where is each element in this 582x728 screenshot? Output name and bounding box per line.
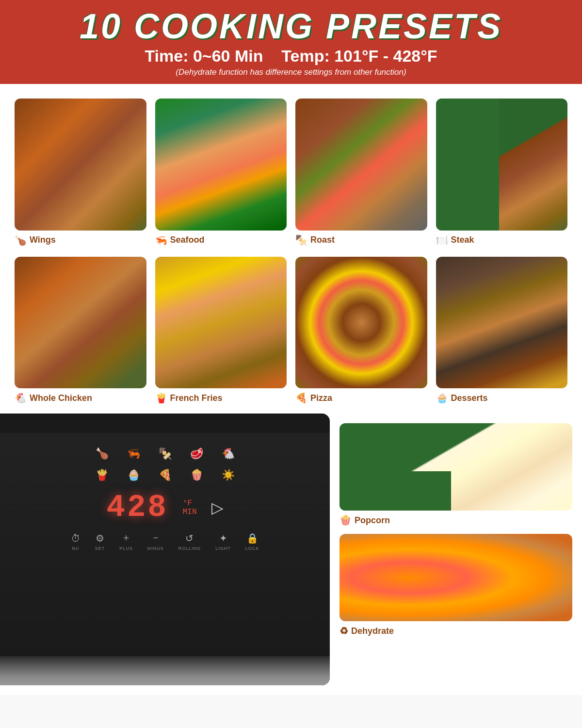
preset-steak: 🍽️ Steak <box>436 99 568 246</box>
temp-unit-min: MIN <box>183 508 197 516</box>
preset-pizza: 🍕 Pizza <box>295 257 427 404</box>
preset-seafood: 🦐 Seafood <box>155 99 287 246</box>
popcorn-image <box>340 423 572 511</box>
time-range: Time: 0~60 Min <box>145 47 263 65</box>
roast-icon: 🍢 <box>295 234 307 246</box>
light-icon: ✦ <box>219 532 227 544</box>
whole-chicken-label: 🐔 Whole Chicken <box>15 392 92 404</box>
rolling-label: ROLLING <box>178 546 201 551</box>
desserts-icon: 🧁 <box>436 392 448 404</box>
dehydrate-icon: ♻ <box>340 625 348 637</box>
preset-popcorn: 🍿 Popcorn <box>340 423 572 526</box>
preset-roast: 🍢 Roast <box>295 99 427 246</box>
right-presets-section: 🍿 Popcorn ♻ Dehydrate <box>330 414 582 685</box>
ctrl-fries-icon[interactable]: 🍟 <box>96 469 109 481</box>
ctrl-minus-button[interactable]: － MINUS <box>147 531 164 551</box>
desserts-image <box>436 257 568 389</box>
wings-image <box>15 99 146 231</box>
preset-desserts: 🧁 Desserts <box>436 257 568 404</box>
pizza-icon: 🍕 <box>295 392 307 404</box>
popcorn-label: 🍿 Popcorn <box>340 514 390 526</box>
temp-unit: °F MIN <box>183 499 197 516</box>
roast-image <box>295 99 427 231</box>
airfryer-panel: 🍗 🦐 🍢 🥩 🐔 🍟 🧁 🍕 🍿 ☀️ 428 °F MIN <box>0 414 330 685</box>
pizza-image <box>295 257 427 389</box>
set-label: SET <box>95 546 105 551</box>
french-fries-label: 🍟 French Fries <box>155 392 223 404</box>
plus-label: PLUS <box>119 546 133 551</box>
temp-display: 428 <box>106 490 168 525</box>
header-section: 10 COOKING PRESETS Time: 0~60 Min Temp: … <box>0 0 582 84</box>
seafood-label: 🦐 Seafood <box>155 234 205 246</box>
ctrl-pizza-icon[interactable]: 🍕 <box>159 469 172 481</box>
bottom-section: 🍗 🦐 🍢 🥩 🐔 🍟 🧁 🍕 🍿 ☀️ 428 °F MIN <box>0 414 582 695</box>
seafood-icon: 🦐 <box>155 234 167 246</box>
preset-french-fries: 🍟 French Fries <box>155 257 287 404</box>
temp-range: Temp: 101°F - 428°F <box>281 47 437 65</box>
preset-dehydrate: ♻ Dehydrate <box>340 534 572 637</box>
ctrl-roast-icon[interactable]: 🍢 <box>159 447 172 460</box>
play-button[interactable]: ▷ <box>211 498 224 517</box>
display-area: 428 °F MIN ▷ <box>10 490 320 525</box>
dehydrate-label: ♻ Dehydrate <box>340 625 394 637</box>
fryer-body: 🍗 🦐 🍢 🥩 🐔 🍟 🧁 🍕 🍿 ☀️ 428 °F MIN <box>0 433 330 656</box>
minus-icon: － <box>151 531 161 544</box>
whole-chicken-icon: 🐔 <box>15 392 27 404</box>
plus-icon: ＋ <box>121 531 131 544</box>
light-label: LIGHT <box>215 546 231 551</box>
bottom-controls: ⏱ NU ⚙ SET ＋ PLUS － MINUS ↺ ROLLING <box>10 531 320 551</box>
steak-image <box>436 99 568 231</box>
steak-label: 🍽️ Steak <box>436 234 474 246</box>
fryer-bottom <box>0 656 330 685</box>
dehydrate-image <box>340 534 572 621</box>
time-temp-subtitle: Time: 0~60 Min Temp: 101°F - 428°F <box>10 47 572 66</box>
ctrl-rolling-button[interactable]: ↺ ROLLING <box>178 532 201 551</box>
ctrl-steak-icon[interactable]: 🥩 <box>190 447 203 460</box>
lock-icon: 🔒 <box>246 532 259 544</box>
ctrl-popcorn-icon[interactable]: 🍿 <box>190 469 203 481</box>
ctrl-chicken-icon[interactable]: 🐔 <box>222 447 235 460</box>
french-fries-icon: 🍟 <box>155 392 167 404</box>
desserts-label: 🧁 Desserts <box>436 392 488 404</box>
ctrl-dessert-icon[interactable]: 🧁 <box>127 469 140 481</box>
whole-chicken-image <box>15 257 146 389</box>
roast-label: 🍢 Roast <box>295 234 335 246</box>
seafood-image <box>155 99 287 231</box>
wings-label: 🍗 Wings <box>15 234 56 246</box>
popcorn-icon: 🍿 <box>340 514 352 526</box>
presets-section: 🍗 Wings 🦐 Seafood 🍢 Roast 🍽️ Ste <box>0 84 582 414</box>
main-title: 10 COOKING PRESETS <box>10 9 572 44</box>
french-fries-image <box>155 257 287 389</box>
lock-label: LOCK <box>245 546 259 551</box>
ctrl-plus-button[interactable]: ＋ PLUS <box>119 531 133 551</box>
ctrl-light-button[interactable]: ✦ LIGHT <box>215 532 231 551</box>
ctrl-nu-button[interactable]: ⏱ NU <box>71 533 81 551</box>
presets-grid: 🍗 Wings 🦐 Seafood 🍢 Roast 🍽️ Ste <box>15 99 567 404</box>
ctrl-set-button[interactable]: ⚙ SET <box>95 532 105 551</box>
preset-whole-chicken: 🐔 Whole Chicken <box>15 257 146 404</box>
dehydrate-note: (Dehydrate function has difference setti… <box>10 67 572 77</box>
pizza-label: 🍕 Pizza <box>295 392 332 404</box>
control-icons-row-2: 🍟 🧁 🍕 🍿 ☀️ <box>10 469 320 481</box>
preset-wings: 🍗 Wings <box>15 99 146 246</box>
steak-icon: 🍽️ <box>436 234 448 246</box>
control-icons-row-1: 🍗 🦐 🍢 🥩 🐔 <box>10 447 320 460</box>
wings-icon: 🍗 <box>15 234 27 246</box>
minus-label: MINUS <box>147 546 164 551</box>
temp-unit-f: °F <box>183 499 192 508</box>
set-icon: ⚙ <box>96 532 104 544</box>
rolling-icon: ↺ <box>185 532 194 544</box>
nu-icon: ⏱ <box>71 533 81 544</box>
ctrl-wings-icon[interactable]: 🍗 <box>96 447 109 460</box>
ctrl-dehydrate-icon[interactable]: ☀️ <box>222 469 235 481</box>
ctrl-lock-button[interactable]: 🔒 LOCK <box>245 532 259 551</box>
ctrl-seafood-icon[interactable]: 🦐 <box>127 447 140 460</box>
